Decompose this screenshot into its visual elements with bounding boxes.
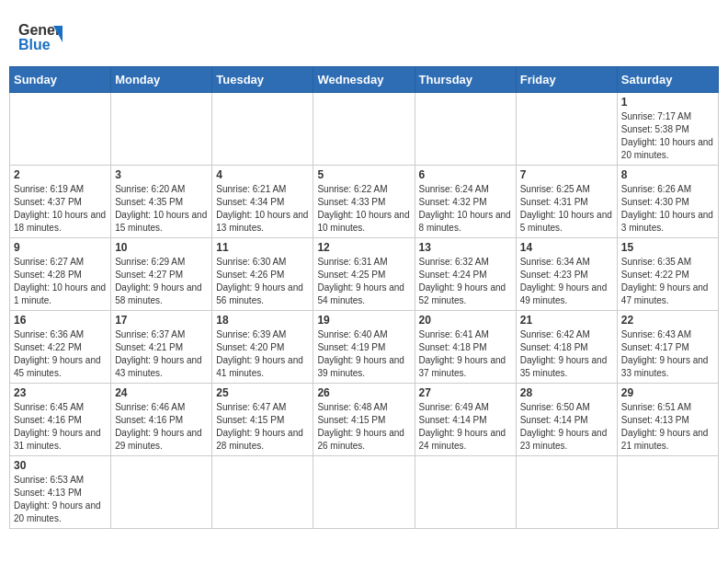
day-info: Sunrise: 6:35 AM Sunset: 4:22 PM Dayligh… xyxy=(621,256,714,307)
day-info: Sunrise: 6:50 AM Sunset: 4:14 PM Dayligh… xyxy=(520,401,613,453)
day-number: 5 xyxy=(317,168,410,181)
calendar-cell: 5Sunrise: 6:22 AM Sunset: 4:33 PM Daylig… xyxy=(313,166,415,238)
calendar-cell: 7Sunrise: 6:25 AM Sunset: 4:31 PM Daylig… xyxy=(516,166,617,238)
calendar-cell xyxy=(415,456,516,529)
calendar-cell: 3Sunrise: 6:20 AM Sunset: 4:35 PM Daylig… xyxy=(111,166,212,238)
logo-icon: General Blue xyxy=(18,17,63,57)
calendar-cell: 29Sunrise: 6:51 AM Sunset: 4:13 PM Dayli… xyxy=(617,384,718,456)
calendar-cell: 10Sunrise: 6:29 AM Sunset: 4:27 PM Dayli… xyxy=(111,238,212,311)
calendar-cell xyxy=(313,456,415,529)
day-number: 17 xyxy=(115,314,208,327)
day-number: 1 xyxy=(621,96,714,109)
day-info: Sunrise: 6:49 AM Sunset: 4:14 PM Dayligh… xyxy=(419,401,512,453)
logo: General Blue xyxy=(18,17,63,57)
day-number: 9 xyxy=(14,241,107,254)
day-info: Sunrise: 6:45 AM Sunset: 4:16 PM Dayligh… xyxy=(14,401,107,453)
day-info: Sunrise: 6:31 AM Sunset: 4:25 PM Dayligh… xyxy=(317,256,410,307)
svg-text:Blue: Blue xyxy=(18,37,51,52)
day-info: Sunrise: 6:53 AM Sunset: 4:13 PM Dayligh… xyxy=(14,474,107,525)
calendar-cell: 2Sunrise: 6:19 AM Sunset: 4:37 PM Daylig… xyxy=(10,166,111,238)
day-number: 13 xyxy=(419,241,512,254)
calendar-cell: 30Sunrise: 6:53 AM Sunset: 4:13 PM Dayli… xyxy=(10,456,111,529)
day-number: 15 xyxy=(621,241,714,254)
day-of-week-header: Wednesday xyxy=(313,67,415,93)
calendar-cell: 24Sunrise: 6:46 AM Sunset: 4:16 PM Dayli… xyxy=(111,384,212,456)
calendar-cell: 27Sunrise: 6:49 AM Sunset: 4:14 PM Dayli… xyxy=(415,384,516,456)
day-info: Sunrise: 6:22 AM Sunset: 4:33 PM Dayligh… xyxy=(317,183,410,235)
calendar-week-row: 23Sunrise: 6:45 AM Sunset: 4:16 PM Dayli… xyxy=(10,384,719,456)
day-info: Sunrise: 6:39 AM Sunset: 4:20 PM Dayligh… xyxy=(216,328,309,380)
calendar-cell: 6Sunrise: 6:24 AM Sunset: 4:32 PM Daylig… xyxy=(415,166,516,238)
day-of-week-header: Thursday xyxy=(415,67,516,93)
day-info: Sunrise: 6:26 AM Sunset: 4:30 PM Dayligh… xyxy=(621,183,714,235)
calendar-table: SundayMondayTuesdayWednesdayThursdayFrid… xyxy=(9,66,719,529)
day-number: 14 xyxy=(520,241,613,254)
day-info: Sunrise: 6:41 AM Sunset: 4:18 PM Dayligh… xyxy=(419,328,512,380)
calendar-cell: 14Sunrise: 6:34 AM Sunset: 4:23 PM Dayli… xyxy=(516,238,617,311)
calendar-cell: 23Sunrise: 6:45 AM Sunset: 4:16 PM Dayli… xyxy=(10,384,111,456)
calendar-cell xyxy=(415,93,516,166)
day-of-week-header: Tuesday xyxy=(212,67,313,93)
day-of-week-header: Saturday xyxy=(617,67,718,93)
day-info: Sunrise: 6:37 AM Sunset: 4:21 PM Dayligh… xyxy=(115,328,208,380)
day-info: Sunrise: 7:17 AM Sunset: 5:38 PM Dayligh… xyxy=(621,110,714,162)
calendar-header-row: SundayMondayTuesdayWednesdayThursdayFrid… xyxy=(10,67,719,93)
calendar-cell xyxy=(111,456,212,529)
day-info: Sunrise: 6:20 AM Sunset: 4:35 PM Dayligh… xyxy=(115,183,208,235)
day-info: Sunrise: 6:25 AM Sunset: 4:31 PM Dayligh… xyxy=(520,183,613,235)
page-header: General Blue xyxy=(9,9,719,66)
calendar-cell xyxy=(313,93,415,166)
day-number: 7 xyxy=(520,168,613,181)
calendar-cell: 15Sunrise: 6:35 AM Sunset: 4:22 PM Dayli… xyxy=(617,238,718,311)
day-number: 19 xyxy=(317,314,410,327)
calendar-cell xyxy=(212,93,313,166)
day-of-week-header: Sunday xyxy=(10,67,111,93)
calendar-cell: 16Sunrise: 6:36 AM Sunset: 4:22 PM Dayli… xyxy=(10,311,111,384)
day-number: 20 xyxy=(419,314,512,327)
calendar-cell xyxy=(516,93,617,166)
calendar-cell: 18Sunrise: 6:39 AM Sunset: 4:20 PM Dayli… xyxy=(212,311,313,384)
day-number: 23 xyxy=(14,386,107,399)
day-number: 12 xyxy=(317,241,410,254)
day-info: Sunrise: 6:51 AM Sunset: 4:13 PM Dayligh… xyxy=(621,401,714,453)
calendar-cell: 1Sunrise: 7:17 AM Sunset: 5:38 PM Daylig… xyxy=(617,93,718,166)
day-info: Sunrise: 6:40 AM Sunset: 4:19 PM Dayligh… xyxy=(317,328,410,380)
day-info: Sunrise: 6:36 AM Sunset: 4:22 PM Dayligh… xyxy=(14,328,107,380)
day-info: Sunrise: 6:46 AM Sunset: 4:16 PM Dayligh… xyxy=(115,401,208,453)
day-info: Sunrise: 6:19 AM Sunset: 4:37 PM Dayligh… xyxy=(14,183,107,235)
day-info: Sunrise: 6:32 AM Sunset: 4:24 PM Dayligh… xyxy=(419,256,512,307)
day-info: Sunrise: 6:29 AM Sunset: 4:27 PM Dayligh… xyxy=(115,256,208,307)
day-info: Sunrise: 6:47 AM Sunset: 4:15 PM Dayligh… xyxy=(216,401,309,453)
day-number: 26 xyxy=(317,386,410,399)
day-number: 18 xyxy=(216,314,309,327)
day-number: 10 xyxy=(115,241,208,254)
day-info: Sunrise: 6:24 AM Sunset: 4:32 PM Dayligh… xyxy=(419,183,512,235)
calendar-cell: 20Sunrise: 6:41 AM Sunset: 4:18 PM Dayli… xyxy=(415,311,516,384)
day-info: Sunrise: 6:27 AM Sunset: 4:28 PM Dayligh… xyxy=(14,256,107,307)
day-info: Sunrise: 6:30 AM Sunset: 4:26 PM Dayligh… xyxy=(216,256,309,307)
calendar-cell xyxy=(212,456,313,529)
day-number: 8 xyxy=(621,168,714,181)
calendar-cell: 28Sunrise: 6:50 AM Sunset: 4:14 PM Dayli… xyxy=(516,384,617,456)
day-number: 21 xyxy=(520,314,613,327)
calendar-cell: 13Sunrise: 6:32 AM Sunset: 4:24 PM Dayli… xyxy=(415,238,516,311)
calendar-cell: 8Sunrise: 6:26 AM Sunset: 4:30 PM Daylig… xyxy=(617,166,718,238)
calendar-week-row: 30Sunrise: 6:53 AM Sunset: 4:13 PM Dayli… xyxy=(10,456,719,529)
calendar-cell: 26Sunrise: 6:48 AM Sunset: 4:15 PM Dayli… xyxy=(313,384,415,456)
day-number: 22 xyxy=(621,314,714,327)
day-number: 27 xyxy=(419,386,512,399)
calendar-cell xyxy=(617,456,718,529)
day-number: 6 xyxy=(419,168,512,181)
day-number: 4 xyxy=(216,168,309,181)
day-info: Sunrise: 6:48 AM Sunset: 4:15 PM Dayligh… xyxy=(317,401,410,453)
calendar-cell xyxy=(10,93,111,166)
calendar-week-row: 16Sunrise: 6:36 AM Sunset: 4:22 PM Dayli… xyxy=(10,311,719,384)
calendar-week-row: 9Sunrise: 6:27 AM Sunset: 4:28 PM Daylig… xyxy=(10,238,719,311)
calendar-cell: 4Sunrise: 6:21 AM Sunset: 4:34 PM Daylig… xyxy=(212,166,313,238)
calendar-cell: 12Sunrise: 6:31 AM Sunset: 4:25 PM Dayli… xyxy=(313,238,415,311)
calendar-cell: 17Sunrise: 6:37 AM Sunset: 4:21 PM Dayli… xyxy=(111,311,212,384)
calendar-week-row: 2Sunrise: 6:19 AM Sunset: 4:37 PM Daylig… xyxy=(10,166,719,238)
day-number: 3 xyxy=(115,168,208,181)
calendar-cell: 19Sunrise: 6:40 AM Sunset: 4:19 PM Dayli… xyxy=(313,311,415,384)
calendar-cell: 11Sunrise: 6:30 AM Sunset: 4:26 PM Dayli… xyxy=(212,238,313,311)
